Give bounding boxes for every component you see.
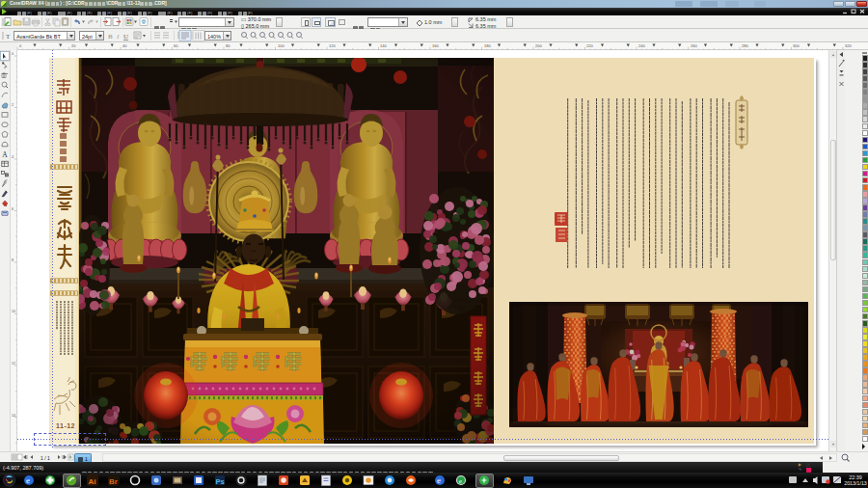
svg-text:Br: Br [109,477,118,486]
svg-text:240: 240 [638,43,645,48]
svg-text:280: 280 [742,43,748,48]
svg-text:140: 140 [380,43,387,48]
svg-text:Ps: Ps [216,477,225,486]
svg-text:14: 14 [12,414,15,418]
svg-text:80: 80 [226,43,231,48]
svg-text:10: 10 [12,310,15,313]
svg-text:6: 6 [12,207,14,211]
svg-text:4: 4 [12,155,14,159]
svg-text:U: U [123,33,128,41]
svg-text:60: 60 [174,43,178,48]
svg-text:e: e [437,475,441,485]
svg-text:A: A [2,150,8,159]
svg-text:260: 260 [691,43,697,48]
svg-text:120: 120 [329,43,336,48]
svg-text:B: B [108,33,113,41]
svg-text:320: 320 [845,43,852,48]
svg-text:e: e [26,475,30,485]
svg-text:12: 12 [12,362,15,366]
svg-text:100: 100 [278,43,285,48]
svg-text:20: 20 [71,43,76,48]
svg-text:160: 160 [432,43,439,48]
svg-text:180: 180 [484,43,491,48]
svg-text:0: 0 [12,52,14,56]
svg-text:200: 200 [535,43,542,48]
svg-text:8: 8 [12,258,14,262]
svg-text:300: 300 [793,43,800,48]
svg-text:2: 2 [12,103,14,107]
svg-text:220: 220 [586,43,593,48]
svg-text:Ai: Ai [89,477,96,486]
svg-text:e: e [459,477,462,485]
svg-text:40: 40 [122,43,127,48]
svg-text:I: I [116,33,120,41]
svg-text:T: T [6,33,11,41]
